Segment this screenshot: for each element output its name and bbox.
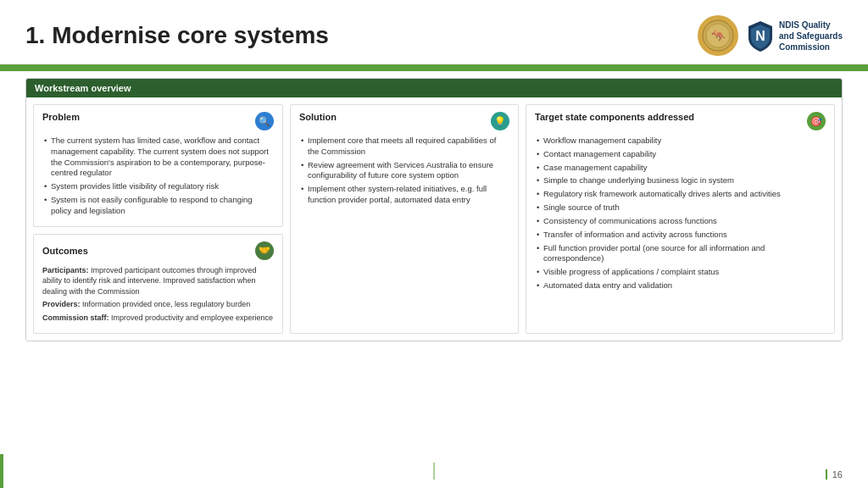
page: 1. Modernise core systems 🦘 N xyxy=(0,0,868,488)
outcomes-content: Participants: Improved participant outco… xyxy=(42,265,274,324)
workstream-body: Problem 🔍 The current system has limited… xyxy=(26,97,842,341)
problem-bullet-2: System provides little visibility of reg… xyxy=(42,181,274,192)
target-bullet-2: Contact management capability xyxy=(535,149,826,160)
target-bullet-8: Transfer of information and activity acr… xyxy=(535,230,826,241)
solution-section: Solution 💡 Implement core that meets all… xyxy=(290,104,519,334)
target-bullet-9: Full function provider portal (one sourc… xyxy=(535,243,826,265)
workstream-header: Workstream overview xyxy=(26,79,842,97)
handshake-icon: 🤝 xyxy=(255,241,274,260)
bottom-left-accent xyxy=(0,454,3,488)
target-state-bullets: Workflow management capability Contact m… xyxy=(535,136,826,291)
solution-bullet-1: Implement core that meets all required c… xyxy=(299,136,509,158)
search-icon: 🔍 xyxy=(255,112,274,130)
outcomes-panel: Outcomes 🤝 Participants: Improved partic… xyxy=(33,234,283,334)
target-bullet-6: Single source of truth xyxy=(535,202,826,214)
problem-bullets: The current system has limited case, wor… xyxy=(42,136,274,217)
ndis-text: NDIS Quality and Safeguards Commission xyxy=(779,19,843,53)
solution-bullets: Implement core that meets all required c… xyxy=(299,136,509,206)
coat-of-arms-logo: 🦘 xyxy=(698,15,738,56)
solution-panel: Solution 💡 Implement core that meets all… xyxy=(290,104,519,334)
outcomes-title-label: Outcomes xyxy=(42,246,88,256)
main-content: Workstream overview Problem 🔍 The curren… xyxy=(0,71,868,348)
svg-text:N: N xyxy=(755,29,765,43)
solution-bullet-2: Review agreement with Services Australia… xyxy=(299,160,509,182)
logos: 🦘 N NDIS Quality and Safeguards Commissi… xyxy=(698,15,843,56)
svg-text:🦘: 🦘 xyxy=(710,29,726,43)
outcomes-header: Outcomes 🤝 xyxy=(42,241,274,260)
target-bullet-1: Workflow management capability xyxy=(535,136,826,147)
left-section: Problem 🔍 The current system has limited… xyxy=(33,104,283,334)
page-number: 16 xyxy=(826,469,843,480)
target-icon: 🎯 xyxy=(807,112,826,130)
target-state-panel-header: Target state components addressed 🎯 xyxy=(535,112,826,130)
solution-panel-header: Solution 💡 xyxy=(299,112,509,130)
target-bullet-11: Automated data entry and validation xyxy=(535,280,826,291)
target-state-section: Target state components addressed 🎯 Work… xyxy=(526,104,835,334)
solution-title: Solution xyxy=(299,112,337,122)
lightbulb-icon: 💡 xyxy=(491,112,509,130)
target-state-panel: Target state components addressed 🎯 Work… xyxy=(526,104,835,334)
ndis-logo: N NDIS Quality and Safeguards Commission xyxy=(747,19,843,53)
target-bullet-10: Visible progress of applications / compl… xyxy=(535,267,826,278)
problem-bullet-3: System is not easily configurable to res… xyxy=(42,195,274,217)
green-banner xyxy=(0,64,868,71)
problem-title: Problem xyxy=(42,112,80,122)
workstream-box: Workstream overview Problem 🔍 The curren… xyxy=(25,78,843,341)
ndis-shield-icon: N xyxy=(747,19,774,52)
problem-panel: Problem 🔍 The current system has limited… xyxy=(33,104,283,227)
header: 1. Modernise core systems 🦘 N xyxy=(0,0,868,64)
outcomes-commission: Commission staff: Improved productivity … xyxy=(42,313,274,324)
target-bullet-7: Consistency of communications across fun… xyxy=(535,216,826,227)
target-state-title: Target state components addressed xyxy=(535,112,694,122)
page-title: 1. Modernise core systems xyxy=(25,22,329,49)
target-bullet-4: Simple to change underlying business log… xyxy=(535,175,826,186)
outcomes-providers: Providers: Information provided once, le… xyxy=(42,299,274,310)
problem-bullet-1: The current system has limited case, wor… xyxy=(42,136,274,179)
problem-panel-header: Problem 🔍 xyxy=(42,112,274,130)
outcomes-participants: Participants: Improved participant outco… xyxy=(42,265,274,297)
target-bullet-3: Case management capability xyxy=(535,163,826,174)
target-bullet-5: Regulatory risk framework automatically … xyxy=(535,189,826,200)
bottom-center-divider xyxy=(434,463,435,480)
solution-bullet-3: Implement other system-related initiativ… xyxy=(299,184,509,206)
workstream-label: Workstream overview xyxy=(35,83,131,93)
